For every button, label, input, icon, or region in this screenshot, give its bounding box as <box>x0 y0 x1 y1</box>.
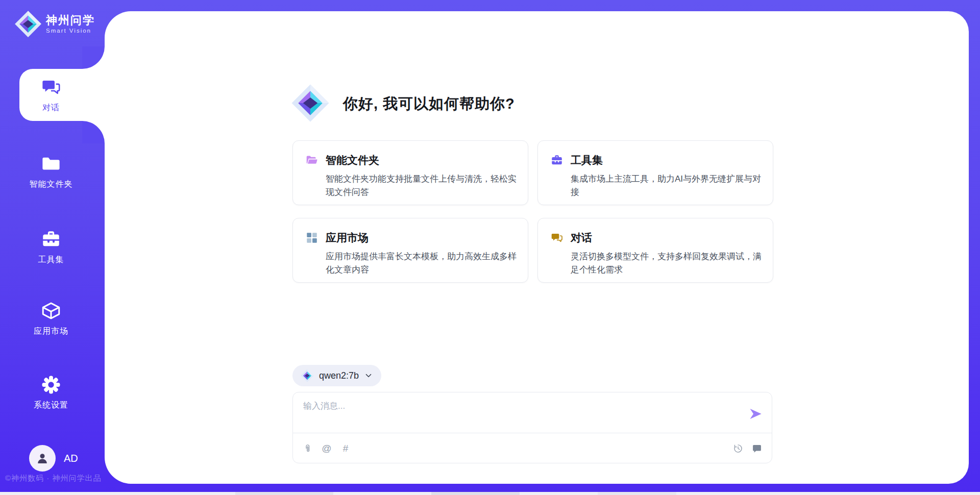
mention-button[interactable]: @ <box>321 443 332 454</box>
sidebar-item-label: 应用市场 <box>15 326 87 337</box>
active-nav-fillet-top <box>82 46 105 69</box>
chat-icon <box>40 77 62 98</box>
folder-icon <box>40 153 62 175</box>
model-selector[interactable]: qwen2:7b <box>292 365 381 386</box>
chat-icon <box>550 231 564 244</box>
model-name: qwen2:7b <box>319 370 359 381</box>
paperclip-icon <box>303 443 313 454</box>
sidebar-item-label: 工具集 <box>15 255 87 265</box>
attach-file-button[interactable] <box>302 443 313 454</box>
card-smart-folder[interactable]: 智能文件夹 智能文件夹功能支持批量文件上传与清洗，轻松实现文件问答 <box>292 140 528 205</box>
card-title: 智能文件夹 <box>326 153 379 167</box>
sidebar-item-app-market[interactable]: 应用市场 <box>15 300 87 337</box>
sidebar-item-toolset[interactable]: 工具集 <box>15 229 87 265</box>
brand-logo-icon <box>14 10 42 38</box>
sidebar-item-chat[interactable]: 对话 <box>15 77 87 113</box>
hash-icon: # <box>343 443 349 454</box>
sidebar-item-settings[interactable]: 系统设置 <box>15 374 87 411</box>
history-button[interactable] <box>732 443 744 454</box>
card-description: 应用市场提供丰富长文本模板，助力高效生成多样化文章内容 <box>326 250 519 277</box>
person-icon <box>35 451 50 466</box>
model-logo-icon <box>301 369 314 382</box>
brand-subtitle: Smart Vision <box>46 28 95 34</box>
copyright: ©神州数码 · 神州问学出品 <box>5 474 101 483</box>
send-icon <box>748 407 763 421</box>
greeting-logo-icon <box>291 84 330 122</box>
hashtag-button[interactable]: # <box>340 443 351 454</box>
greeting-title: 你好, 我可以如何帮助你? <box>343 94 515 114</box>
folder-open-icon <box>305 154 318 167</box>
user-name: AD <box>64 453 78 464</box>
card-chat[interactable]: 对话 灵活切换多模型文件，支持多样回复效果调试，满足个性化需求 <box>537 218 773 283</box>
card-description: 灵活切换多模型文件，支持多样回复效果调试，满足个性化需求 <box>571 250 764 277</box>
brand: 神州问学 Smart Vision <box>14 10 95 38</box>
sidebar-item-label: 对话 <box>15 103 87 113</box>
card-title: 工具集 <box>571 153 603 167</box>
message-input[interactable] <box>302 401 743 412</box>
sidebar-item-label: 系统设置 <box>15 400 87 411</box>
composer: @ # <box>292 392 772 463</box>
active-nav-fillet-bottom <box>82 121 105 143</box>
user-row: AD <box>29 445 78 472</box>
sidebar-item-label: 智能文件夹 <box>15 179 87 190</box>
comment-button[interactable] <box>751 443 763 454</box>
history-icon <box>733 443 743 454</box>
card-toolset[interactable]: 工具集 集成市场上主流工具，助力AI与外界无缝扩展与对接 <box>537 140 773 205</box>
card-description: 集成市场上主流工具，助力AI与外界无缝扩展与对接 <box>571 172 764 199</box>
comment-icon <box>752 443 762 454</box>
send-button[interactable] <box>748 407 763 421</box>
grid-icon <box>305 231 318 244</box>
screen-edge <box>0 492 980 495</box>
cube-icon <box>40 300 62 321</box>
chevron-down-icon <box>364 371 373 380</box>
card-title: 对话 <box>571 231 592 245</box>
at-icon: @ <box>322 443 331 454</box>
briefcase-icon <box>550 154 564 167</box>
toolbox-icon <box>40 229 62 250</box>
card-description: 智能文件夹功能支持批量文件上传与清洗，轻松实现文件问答 <box>326 172 519 199</box>
card-app-market[interactable]: 应用市场 应用市场提供丰富长文本模板，助力高效生成多样化文章内容 <box>292 218 528 283</box>
app: 神州问学 Smart Vision 对话 智能文件夹 工具集 应用市场 <box>0 0 980 495</box>
brand-name: 神州问学 <box>46 14 95 27</box>
card-title: 应用市场 <box>326 231 369 245</box>
sidebar-item-smart-folder[interactable]: 智能文件夹 <box>15 153 87 190</box>
avatar[interactable] <box>29 445 56 472</box>
gear-icon <box>40 374 62 395</box>
